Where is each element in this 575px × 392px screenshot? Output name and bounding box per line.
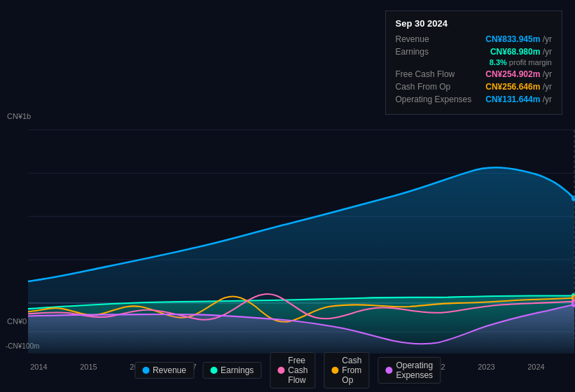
legend-dot-revenue: [142, 367, 149, 374]
x-label-2014: 2014: [30, 363, 47, 371]
profit-margin-sub: 8.3% profit margin: [396, 58, 552, 66]
tooltip-date: Sep 30 2024: [396, 18, 552, 29]
tooltip-row-opex: Operating Expenses CN¥131.644m /yr: [396, 94, 552, 104]
tooltip-panel: Sep 30 2024 Revenue CN¥833.945m /yr Earn…: [385, 10, 562, 115]
legend-label-earnings: Earnings: [221, 365, 254, 375]
legend-dot-fcf: [277, 367, 284, 374]
x-label-2023: 2023: [478, 363, 494, 371]
revenue-value: CN¥833.945m /yr: [485, 34, 552, 44]
tooltip-row-cashfromop: Cash From Op CN¥256.646m /yr: [396, 82, 552, 92]
legend-label-opex: Operating Expenses: [396, 360, 433, 380]
legend-cashfromop[interactable]: Cash From Op: [324, 352, 369, 388]
legend-earnings[interactable]: Earnings: [202, 362, 261, 379]
tooltip-row-revenue: Revenue CN¥833.945m /yr: [396, 34, 552, 44]
x-label-2024: 2024: [527, 363, 544, 371]
legend-fcf[interactable]: Free Cash Flow: [270, 352, 315, 388]
legend-dot-cashfromop: [331, 367, 338, 374]
chart-area: [0, 115, 575, 354]
cashfromop-value: CN¥256.646m /yr: [485, 82, 552, 92]
tooltip-row-earnings: Earnings CN¥68.980m /yr: [396, 47, 552, 57]
revenue-label: Revenue: [396, 34, 429, 44]
legend-label-revenue: Revenue: [153, 365, 186, 375]
opex-label: Operating Expenses: [396, 94, 472, 104]
legend-opex[interactable]: Operating Expenses: [377, 357, 441, 384]
fcf-label: Free Cash Flow: [396, 69, 455, 79]
x-label-2015: 2015: [80, 363, 97, 371]
cashfromop-label: Cash From Op: [396, 82, 451, 92]
legend-dot-earnings: [210, 367, 217, 374]
legend-label-fcf: Free Cash Flow: [288, 356, 307, 385]
chart-container: Sep 30 2024 Revenue CN¥833.945m /yr Earn…: [0, 0, 575, 392]
fcf-value: CN¥254.902m /yr: [485, 69, 552, 79]
legend-label-cashfromop: Cash From Op: [342, 356, 361, 385]
legend: Revenue Earnings Free Cash Flow Cash Fro…: [134, 352, 441, 388]
opex-value: CN¥131.644m /yr: [485, 94, 552, 104]
tooltip-row-fcf: Free Cash Flow CN¥254.902m /yr: [396, 69, 552, 79]
earnings-value: CN¥68.980m /yr: [490, 47, 552, 57]
main-chart-svg: [0, 115, 575, 354]
legend-dot-opex: [385, 367, 392, 374]
earnings-label: Earnings: [396, 47, 429, 57]
legend-revenue[interactable]: Revenue: [134, 362, 194, 379]
